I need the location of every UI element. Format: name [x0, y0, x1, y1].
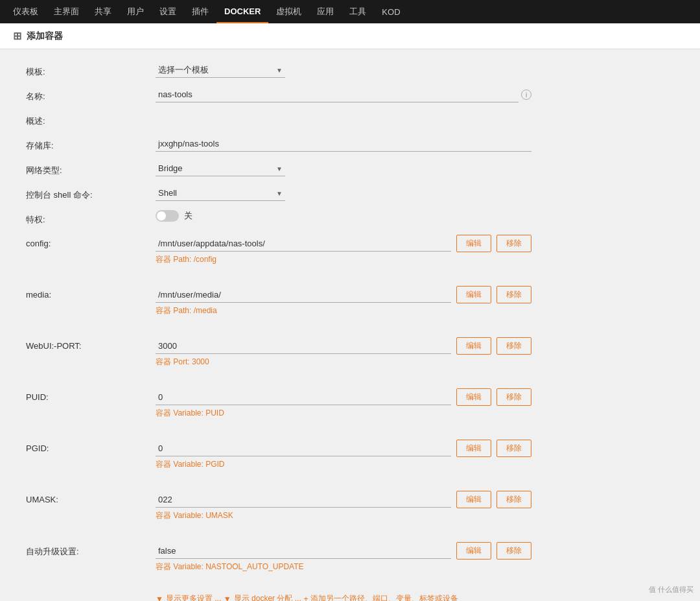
repo-input[interactable] [156, 136, 531, 152]
umask-control: 编辑 移除 容器 Variable: UMASK [156, 491, 531, 526]
add-more-link[interactable]: + 添加另一个路径、端口、变量、标签或设备 [303, 593, 458, 601]
privilege-toggle-label: 关 [184, 210, 192, 222]
pgid-entry-row: 编辑 移除 容器 Variable: PGID [156, 440, 531, 470]
pgid-row: PGID: 编辑 移除 容器 Variable: PGID [26, 440, 674, 475]
config-remove-button[interactable]: 移除 [496, 235, 531, 252]
template-control: 选择一个模板 ▼ [156, 62, 531, 78]
autoupgrade-input[interactable] [156, 543, 451, 559]
nav-item-kod[interactable]: KOD [374, 0, 408, 23]
autoupgrade-edit-button[interactable]: 编辑 [456, 542, 491, 560]
puid-row: PUID: 编辑 移除 容器 Variable: PUID [26, 388, 674, 424]
nav-item-apps[interactable]: 应用 [309, 0, 342, 23]
network-select-wrapper: Bridge Host None ▼ [156, 161, 285, 176]
webui-entry-input-row: 编辑 移除 [156, 337, 531, 355]
webui-remove-button[interactable]: 移除 [496, 337, 531, 355]
name-row: 名称: i [26, 87, 674, 102]
umask-entry-row: 编辑 移除 容器 Variable: UMASK [156, 491, 531, 521]
show-docker-compose-link[interactable]: ▼ 显示 docker 分配 ... [224, 593, 301, 601]
extra-links-control: ▼ 显示更多设置 ... ▼ 显示 docker 分配 ... + 添加另一个路… [156, 593, 531, 601]
umask-label: UMASK: [26, 491, 156, 504]
nav-item-users[interactable]: 用户 [119, 0, 152, 23]
media-entry-row: 编辑 移除 容器 Path: /media [156, 286, 531, 316]
grid-icon: ⊞ [13, 30, 21, 42]
pgid-hint: 容器 Variable: PGID [156, 459, 531, 470]
name-input[interactable] [156, 87, 519, 102]
umask-input[interactable] [156, 492, 451, 508]
name-input-wrapper: i [156, 87, 531, 102]
autoupgrade-row: 自动升级设置: 编辑 移除 容器 Variable: NASTOOL_AUTO_… [26, 542, 674, 578]
pgid-remove-button[interactable]: 移除 [496, 440, 531, 457]
pgid-entry-input-row: 编辑 移除 [156, 440, 531, 457]
umask-edit-button[interactable]: 编辑 [456, 491, 491, 508]
config-control: 编辑 移除 容器 Path: /config [156, 235, 531, 270]
privilege-control: 关 [156, 210, 531, 222]
nav-item-vm[interactable]: 虚拟机 [268, 0, 309, 23]
media-row: media: 编辑 移除 容器 Path: /media [26, 286, 674, 322]
media-control: 编辑 移除 容器 Path: /media [156, 286, 531, 322]
network-control: Bridge Host None ▼ [156, 161, 531, 176]
form-container: 模板: 选择一个模板 ▼ 名称: i 概述: 存储库: [0, 49, 700, 601]
template-select[interactable]: 选择一个模板 [156, 62, 285, 78]
nav-item-settings[interactable]: 设置 [152, 0, 184, 23]
privilege-label: 特权: [26, 210, 156, 226]
config-path-input[interactable] [156, 236, 451, 252]
umask-hint: 容器 Variable: UMASK [156, 510, 531, 521]
config-edit-button[interactable]: 编辑 [456, 235, 491, 252]
media-path-input[interactable] [156, 287, 451, 303]
chevron-down-icon: ▼ [156, 595, 163, 602]
plus-icon: + [303, 595, 308, 602]
puid-input[interactable] [156, 390, 451, 405]
page-title: 添加容器 [27, 30, 63, 42]
extra-links-row: ▼ 显示更多设置 ... ▼ 显示 docker 分配 ... + 添加另一个路… [26, 593, 674, 601]
puid-control: 编辑 移除 容器 Variable: PUID [156, 388, 531, 424]
page-header: ⊞ 添加容器 [0, 23, 700, 49]
watermark: 值 什么值得买 [649, 585, 694, 595]
webui-edit-button[interactable]: 编辑 [456, 337, 491, 355]
media-hint: 容器 Path: /media [156, 305, 531, 316]
pgid-control: 编辑 移除 容器 Variable: PGID [156, 440, 531, 475]
nav-item-plugins[interactable]: 插件 [184, 0, 216, 23]
shell-select[interactable]: Shell bash sh [156, 185, 285, 201]
privilege-toggle[interactable] [156, 210, 179, 222]
toggle-knob [157, 211, 166, 220]
desc-label: 概述: [26, 112, 156, 127]
media-remove-button[interactable]: 移除 [496, 286, 531, 303]
media-entry-input-row: 编辑 移除 [156, 286, 531, 303]
autoupgrade-control: 编辑 移除 容器 Variable: NASTOOL_AUTO_UPDATE [156, 542, 531, 578]
top-navigation: 仪表板 主界面 共享 用户 设置 插件 DOCKER 虚拟机 应用 工具 KOD [0, 0, 700, 23]
webui-control: 编辑 移除 容器 Port: 3000 [156, 337, 531, 373]
pgid-edit-button[interactable]: 编辑 [456, 440, 491, 457]
shell-control: Shell bash sh ▼ [156, 185, 531, 201]
nav-item-main[interactable]: 主界面 [46, 0, 87, 23]
watermark-text: 值 什么值得买 [649, 585, 694, 595]
nav-item-dashboard[interactable]: 仪表板 [5, 0, 46, 23]
puid-edit-button[interactable]: 编辑 [456, 388, 491, 406]
template-select-wrapper: 选择一个模板 ▼ [156, 62, 285, 78]
puid-entry-input-row: 编辑 移除 [156, 388, 531, 406]
nav-item-tools[interactable]: 工具 [342, 0, 374, 23]
autoupgrade-remove-button[interactable]: 移除 [496, 542, 531, 560]
desc-row: 概述: [26, 112, 674, 127]
nav-item-share[interactable]: 共享 [87, 0, 119, 23]
puid-remove-button[interactable]: 移除 [496, 388, 531, 406]
webui-port-input[interactable] [156, 338, 451, 354]
name-info-icon[interactable]: i [521, 89, 531, 100]
config-row: config: 编辑 移除 容器 Path: /config [26, 235, 674, 270]
nav-item-docker[interactable]: DOCKER [216, 0, 268, 23]
webui-row: WebUI:-PORT: 编辑 移除 容器 Port: 3000 [26, 337, 674, 373]
pgid-input[interactable] [156, 441, 451, 456]
media-edit-button[interactable]: 编辑 [456, 286, 491, 303]
webui-label: WebUI:-PORT: [26, 337, 156, 351]
autoupgrade-entry-input-row: 编辑 移除 [156, 542, 531, 560]
show-more-settings-link[interactable]: ▼ 显示更多设置 ... [156, 593, 221, 601]
template-row: 模板: 选择一个模板 ▼ [26, 62, 674, 78]
network-row: 网络类型: Bridge Host None ▼ [26, 161, 674, 176]
config-entry-input-row: 编辑 移除 [156, 235, 531, 252]
shell-row: 控制台 shell 命令: Shell bash sh ▼ [26, 185, 674, 201]
config-label: config: [26, 235, 156, 248]
chevron-down-icon-2: ▼ [224, 595, 231, 602]
network-select[interactable]: Bridge Host None [156, 161, 285, 176]
name-control: i [156, 87, 531, 102]
umask-remove-button[interactable]: 移除 [496, 491, 531, 508]
network-label: 网络类型: [26, 161, 156, 176]
